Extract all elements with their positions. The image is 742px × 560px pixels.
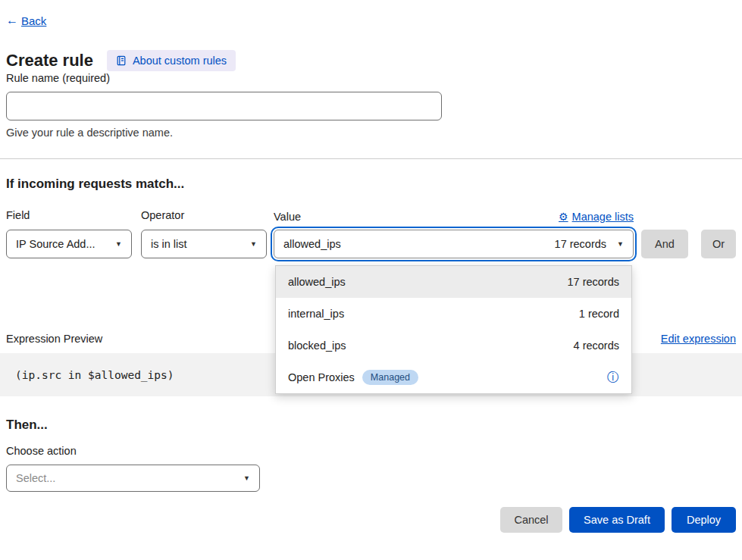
list-option-meta: 1 record	[579, 308, 619, 320]
choose-action-label: Choose action	[6, 445, 736, 457]
cancel-button[interactable]: Cancel	[500, 507, 562, 533]
list-option-meta: 17 records	[567, 276, 619, 288]
save-as-draft-button[interactable]: Save as Draft	[569, 507, 665, 533]
rule-name-input[interactable]	[6, 92, 442, 120]
back-link[interactable]: ← Back	[0, 14, 742, 27]
list-option-name: internal_ips	[288, 308, 344, 320]
field-select-value: IP Source Add...	[16, 238, 95, 250]
chevron-down-icon: ▼	[115, 240, 122, 248]
list-option-meta: 4 records	[574, 339, 619, 352]
match-section-heading: If incoming requests match...	[6, 177, 736, 192]
edit-expression-link[interactable]: Edit expression	[661, 333, 736, 345]
managed-badge: Managed	[362, 370, 418, 385]
value-select[interactable]: allowed_ips 17 records ▼	[274, 230, 634, 258]
about-custom-rules-label[interactable]: About custom rules	[133, 55, 227, 67]
title-row: Create rule About custom rules	[0, 50, 742, 71]
list-option-open-proxies[interactable]: Open Proxies Managed ⓘ	[276, 361, 631, 393]
match-controls-row: Field IP Source Add... ▼ Operator is in …	[6, 209, 736, 258]
chevron-down-icon: ▼	[250, 240, 257, 248]
and-button[interactable]: And	[641, 230, 688, 258]
list-option-allowed-ips[interactable]: allowed_ips 17 records	[276, 266, 631, 298]
book-icon	[116, 55, 127, 66]
field-column: Field IP Source Add... ▼	[6, 209, 132, 258]
chevron-down-icon: ▼	[617, 240, 624, 248]
list-dropdown-menu: allowed_ips 17 records internal_ips 1 re…	[275, 265, 632, 394]
list-option-name: Open Proxies	[288, 371, 355, 383]
info-icon[interactable]: ⓘ	[607, 370, 619, 386]
expression-code: (ip.src in $allowed_ips)	[15, 369, 174, 381]
rule-name-label: Rule name (required)	[6, 72, 110, 84]
value-label: Value	[274, 211, 301, 223]
operator-label: Operator	[141, 209, 267, 221]
action-select-placeholder: Select...	[16, 472, 55, 484]
list-option-name: blocked_ips	[288, 339, 346, 352]
rule-name-helper: Give your rule a descriptive name.	[6, 127, 736, 139]
manage-lists-label[interactable]: Manage lists	[572, 211, 634, 223]
section-divider	[0, 158, 742, 159]
about-custom-rules-link[interactable]: About custom rules	[107, 50, 236, 71]
value-select-name: allowed_ips	[283, 238, 341, 250]
operator-select[interactable]: is in list ▼	[141, 230, 267, 258]
action-select[interactable]: Select... ▼	[6, 465, 260, 492]
list-option-name: allowed_ips	[288, 276, 346, 288]
then-section-heading: Then...	[6, 418, 736, 433]
footer-actions: Cancel Save as Draft Deploy	[0, 507, 742, 533]
manage-lists-link[interactable]: ⚙ Manage lists	[559, 211, 634, 223]
list-option-blocked-ips[interactable]: blocked_ips 4 records	[276, 330, 631, 361]
back-link-label[interactable]: Back	[21, 14, 46, 27]
value-column: Value ⚙ Manage lists allowed_ips 17 reco…	[274, 211, 634, 258]
back-arrow-icon: ←	[6, 14, 18, 27]
value-select-meta: 17 records	[555, 238, 607, 250]
operator-column: Operator is in list ▼	[141, 209, 267, 258]
operator-select-value: is in list	[151, 238, 187, 250]
field-label: Field	[6, 209, 132, 221]
expression-preview-label: Expression Preview	[6, 333, 102, 345]
field-select[interactable]: IP Source Add... ▼	[6, 230, 132, 258]
chevron-down-icon: ▼	[243, 474, 250, 482]
page-title: Create rule	[6, 51, 93, 70]
deploy-button[interactable]: Deploy	[672, 507, 736, 533]
or-button[interactable]: Or	[701, 230, 736, 258]
list-option-internal-ips[interactable]: internal_ips 1 record	[276, 298, 631, 330]
gear-icon: ⚙	[559, 211, 568, 223]
